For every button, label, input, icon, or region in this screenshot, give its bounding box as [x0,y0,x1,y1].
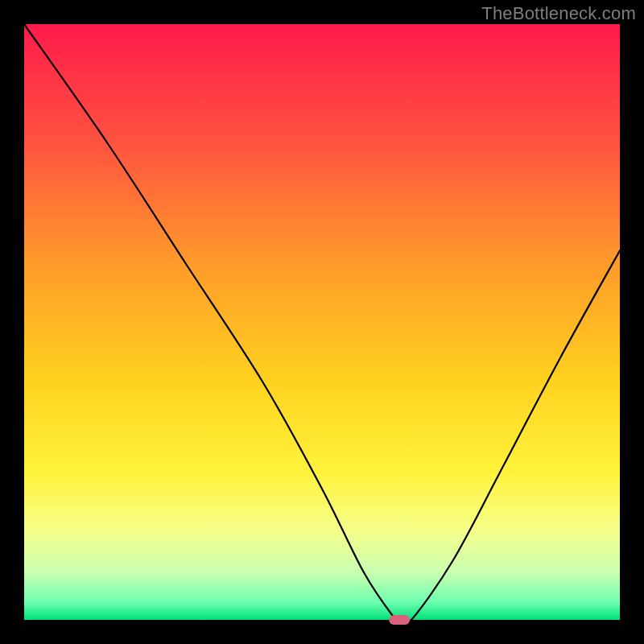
optimal-marker [389,615,410,625]
chart-container: TheBottleneck.com [0,0,644,644]
bottleneck-chart [0,0,644,644]
chart-plot-background [24,24,620,620]
watermark-text: TheBottleneck.com [481,3,636,24]
